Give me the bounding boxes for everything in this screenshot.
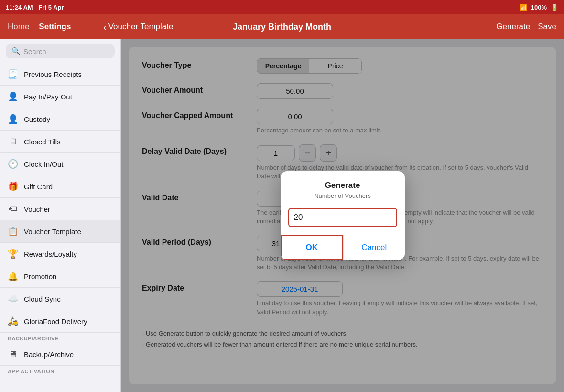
save-button[interactable]: Save (538, 22, 556, 32)
dialog-title: Generate (288, 181, 397, 190)
sidebar-item-label: Custody (24, 115, 50, 123)
sidebar-item-label: Cloud Sync (24, 295, 61, 303)
status-bar-right: 📶 100% 🔋 (520, 4, 558, 11)
sidebar-item-promotion[interactable]: 🔔 Promotion (0, 265, 120, 288)
sidebar-item-label: Closed Tills (24, 138, 61, 146)
sidebar-item-gift-card[interactable]: 🎁 Gift Card (0, 175, 120, 198)
backup-icon: 🖥 (8, 349, 18, 359)
status-time: 11:24 AM (6, 4, 33, 11)
sidebar-item-label: Gift Card (24, 183, 53, 191)
status-bar-left: 11:24 AM Fri 5 Apr (6, 4, 64, 11)
promotion-icon: 🔔 (8, 271, 18, 282)
delivery-icon: 🛵 (8, 316, 18, 327)
app-activation-header: APP ACTIVATION (0, 366, 120, 376)
rewards-icon: 🏆 (8, 249, 18, 259)
cloud-icon: ☁️ (8, 294, 18, 304)
sidebar-item-voucher-template[interactable]: 📋 Voucher Template (0, 220, 120, 243)
pay-icon: 👤 (8, 91, 18, 102)
sidebar-item-label: Previous Receipts (24, 70, 82, 78)
chevron-left-icon: ‹ (103, 22, 107, 33)
battery-label: 100% (531, 4, 547, 11)
sidebar-item-label: Pay In/Pay Out (24, 93, 72, 101)
sidebar-item-cloud-sync[interactable]: ☁️ Cloud Sync (0, 288, 120, 310)
settings-nav-button[interactable]: Settings (39, 22, 71, 32)
sidebar-item-clock-in-out[interactable]: 🕐 Clock In/Out (0, 153, 120, 175)
home-nav-button[interactable]: Home (8, 22, 29, 32)
back-label: Voucher Template (108, 22, 174, 32)
search-placeholder: Search (23, 47, 46, 55)
till-icon: 🖥 (8, 136, 18, 147)
nav-bar: Home Settings ‹ Voucher Template January… (0, 14, 564, 39)
voucher-icon: 🏷 (8, 204, 18, 214)
dialog-overlay: Generate Number of Vouchers OK Cancel (121, 39, 564, 392)
sidebar-item-backup-archive[interactable]: 🖥 Backup/Archive (0, 343, 120, 366)
search-bar[interactable]: 🔍 Search (6, 44, 115, 58)
generate-dialog: Generate Number of Vouchers OK Cancel (281, 171, 405, 260)
sidebar-item-label: Rewards/Loyalty (24, 250, 77, 258)
dialog-subtitle: Number of Vouchers (288, 192, 397, 199)
sidebar-item-label: Voucher (24, 205, 50, 213)
back-button[interactable]: ‹ Voucher Template (103, 22, 461, 33)
dialog-ok-button[interactable]: OK (281, 235, 344, 260)
sidebar-item-previous-receipts[interactable]: 🧾 Previous Receipts (0, 63, 120, 86)
gift-icon: 🎁 (8, 181, 18, 192)
number-of-vouchers-input[interactable] (288, 208, 397, 227)
status-bar: 11:24 AM Fri 5 Apr 📶 100% 🔋 (0, 0, 564, 14)
sidebar-item-voucher[interactable]: 🏷 Voucher (0, 198, 120, 220)
clock-icon: 🕐 (8, 159, 18, 169)
nav-bar-right: Generate Save (461, 22, 556, 32)
dialog-actions: OK Cancel (281, 235, 405, 260)
sidebar: 🔍 Search 🧾 Previous Receipts 👤 Pay In/Pa… (0, 39, 121, 392)
status-date: Fri 5 Apr (39, 4, 64, 11)
wifi-icon: 📶 (520, 4, 527, 11)
nav-bar-left: Home Settings (8, 22, 103, 32)
sidebar-item-closed-tills[interactable]: 🖥 Closed Tills (0, 131, 120, 153)
sidebar-item-label: Clock In/Out (24, 160, 64, 168)
sidebar-item-custody[interactable]: 👤 Custody (0, 108, 120, 131)
sidebar-item-label: Backup/Archive (24, 350, 74, 359)
custody-icon: 👤 (8, 114, 18, 124)
sidebar-item-label: GloriaFood Delivery (24, 317, 87, 326)
dialog-input-wrap (281, 203, 405, 235)
dialog-cancel-button[interactable]: Cancel (343, 235, 405, 260)
generate-button[interactable]: Generate (496, 22, 530, 32)
sidebar-item-pay-in-out[interactable]: 👤 Pay In/Pay Out (0, 86, 120, 108)
sidebar-item-rewards-loyalty[interactable]: 🏆 Rewards/Loyalty (0, 243, 120, 265)
sidebar-item-label: Voucher Template (24, 228, 81, 236)
backup-section-header: BACKUP/ARCHIVE (0, 333, 120, 343)
main-content: Voucher Type Percentage Price Voucher Am… (121, 39, 564, 392)
search-icon: 🔍 (11, 47, 21, 55)
nav-center: ‹ Voucher Template (103, 22, 461, 33)
sidebar-item-gloriafood[interactable]: 🛵 GloriaFood Delivery (0, 310, 120, 333)
sidebar-item-label: Promotion (24, 272, 56, 281)
battery-icon: 🔋 (551, 4, 558, 11)
receipt-icon: 🧾 (8, 69, 18, 79)
voucher-template-icon: 📋 (8, 226, 18, 237)
dialog-header: Generate Number of Vouchers (281, 171, 405, 203)
